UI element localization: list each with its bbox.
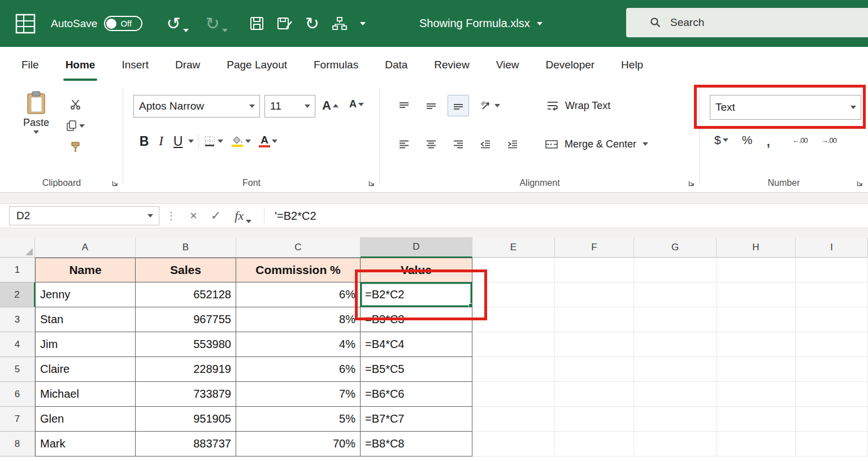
cell-E6[interactable] <box>472 382 555 407</box>
fill-color-button[interactable] <box>231 136 251 147</box>
cell-G7[interactable] <box>634 407 717 432</box>
wrap-text-button[interactable]: Wrap Text <box>546 100 610 112</box>
cell-I2[interactable] <box>796 282 868 307</box>
cell-A4[interactable]: Jim <box>35 332 136 357</box>
underline-button[interactable]: U <box>170 134 194 149</box>
row-header-5[interactable]: 5 <box>0 357 35 382</box>
tab-page-layout[interactable]: Page Layout <box>227 47 287 82</box>
orientation-button[interactable]: ab <box>480 100 500 111</box>
cell-F7[interactable] <box>555 407 634 432</box>
cell-H2[interactable] <box>717 282 796 307</box>
cell-F4[interactable] <box>555 332 634 357</box>
cell-C3[interactable]: 8% <box>236 307 361 332</box>
autosave-switch-icon[interactable]: Off <box>104 16 142 31</box>
cell-A3[interactable]: Stan <box>35 307 136 332</box>
cell-I4[interactable] <box>796 332 868 357</box>
formula-input[interactable]: '=B2*C2 <box>275 210 316 223</box>
column-header-C[interactable]: C <box>236 237 361 258</box>
cell-D6[interactable]: =B6*C6 <box>361 382 472 407</box>
tab-data[interactable]: Data <box>385 47 407 82</box>
row-header-1[interactable]: 1 <box>0 258 35 282</box>
cell-D2[interactable]: =B2*C2 <box>361 282 472 307</box>
cell-C2[interactable]: 6% <box>236 282 361 307</box>
save-button[interactable] <box>249 16 264 31</box>
paste-button[interactable]: Paste <box>12 90 60 134</box>
cell-H4[interactable] <box>717 332 796 357</box>
tab-home[interactable]: Home <box>66 47 96 82</box>
file-name[interactable]: Showing Formula.xlsx <box>419 0 542 47</box>
align-bottom-button[interactable] <box>448 95 469 116</box>
row-header-4[interactable]: 4 <box>0 332 35 357</box>
cell-B6[interactable]: 733879 <box>136 382 236 407</box>
tab-insert[interactable]: Insert <box>121 47 149 82</box>
align-right-button[interactable] <box>448 133 469 155</box>
cell-I7[interactable] <box>796 407 868 432</box>
cell-F2[interactable] <box>555 282 634 307</box>
tab-file[interactable]: File <box>21 47 39 82</box>
formula-bar-drag-handle[interactable]: ⋮ <box>166 210 176 222</box>
align-left-button[interactable] <box>393 133 415 155</box>
decrease-indent-button[interactable] <box>475 133 496 155</box>
font-size-select[interactable]: 11 <box>264 95 315 118</box>
autosave-toggle[interactable]: AutoSave Off <box>51 16 142 31</box>
save-as-button[interactable] <box>277 16 293 31</box>
cell-C4[interactable]: 4% <box>236 332 361 357</box>
font-dialog-launcher[interactable] <box>368 180 375 187</box>
cell-B3[interactable]: 967755 <box>136 307 236 332</box>
cell-D1[interactable]: Value <box>361 258 472 282</box>
cell-D8[interactable]: =B8*C8 <box>361 432 472 456</box>
select-all-corner[interactable] <box>0 237 35 258</box>
cell-G5[interactable] <box>634 357 717 382</box>
clipboard-dialog-launcher[interactable] <box>111 180 119 187</box>
cell-H7[interactable] <box>717 407 796 432</box>
cell-I8[interactable] <box>796 432 868 456</box>
cell-A7[interactable]: Glen <box>35 407 136 432</box>
cell-B5[interactable]: 228919 <box>136 357 236 382</box>
column-header-E[interactable]: E <box>472 237 555 258</box>
cell-D4[interactable]: =B4*C4 <box>361 332 472 357</box>
comma-style-button[interactable]: , <box>766 135 770 145</box>
cell-H1[interactable] <box>717 258 796 282</box>
cell-C1[interactable]: Commission % <box>236 258 361 282</box>
redo-button[interactable]: ↻ <box>206 15 228 32</box>
tab-draw[interactable]: Draw <box>175 47 200 82</box>
column-header-I[interactable]: I <box>796 237 868 258</box>
cell-I3[interactable] <box>796 307 868 332</box>
cell-E5[interactable] <box>472 357 555 382</box>
align-top-button[interactable] <box>393 95 415 116</box>
cell-C6[interactable]: 7% <box>236 382 361 407</box>
cell-C5[interactable]: 6% <box>236 357 361 382</box>
cell-D3[interactable]: =B3*C3 <box>361 307 472 332</box>
cell-I1[interactable] <box>796 258 868 282</box>
decrease-font-size-button[interactable]: A <box>349 98 364 110</box>
font-color-button[interactable]: A <box>259 135 277 147</box>
accounting-format-button[interactable]: $ <box>714 133 728 147</box>
cell-G1[interactable] <box>634 258 717 282</box>
cell-B4[interactable]: 553980 <box>136 332 236 357</box>
customize-toolbar-button[interactable] <box>360 22 366 25</box>
enter-icon[interactable]: ✓ <box>211 208 221 223</box>
cell-D7[interactable]: =B7*C7 <box>361 407 472 432</box>
column-header-H[interactable]: H <box>717 237 796 258</box>
row-header-8[interactable]: 8 <box>0 432 35 456</box>
italic-button[interactable]: I <box>153 134 170 149</box>
cell-H6[interactable] <box>717 382 796 407</box>
cell-G8[interactable] <box>634 432 717 456</box>
cell-A8[interactable]: Mark <box>35 432 136 456</box>
cell-H5[interactable] <box>717 357 796 382</box>
tab-view[interactable]: View <box>496 47 519 82</box>
merge-center-button[interactable]: Merge & Center <box>545 138 648 150</box>
bold-button[interactable]: B <box>136 134 153 149</box>
cell-B2[interactable]: 652128 <box>136 282 236 307</box>
cell-F1[interactable] <box>555 258 634 282</box>
cell-G3[interactable] <box>634 307 717 332</box>
increase-font-size-button[interactable]: A <box>322 98 338 113</box>
tab-developer[interactable]: Developer <box>545 47 594 82</box>
row-header-6[interactable]: 6 <box>0 382 35 407</box>
cell-A6[interactable]: Michael <box>35 382 136 407</box>
cell-C7[interactable]: 5% <box>236 407 361 432</box>
cell-F6[interactable] <box>555 382 634 407</box>
increase-indent-button[interactable] <box>502 133 523 155</box>
decrease-decimal-button[interactable]: →.00 <box>821 136 836 145</box>
cell-F5[interactable] <box>555 357 634 382</box>
